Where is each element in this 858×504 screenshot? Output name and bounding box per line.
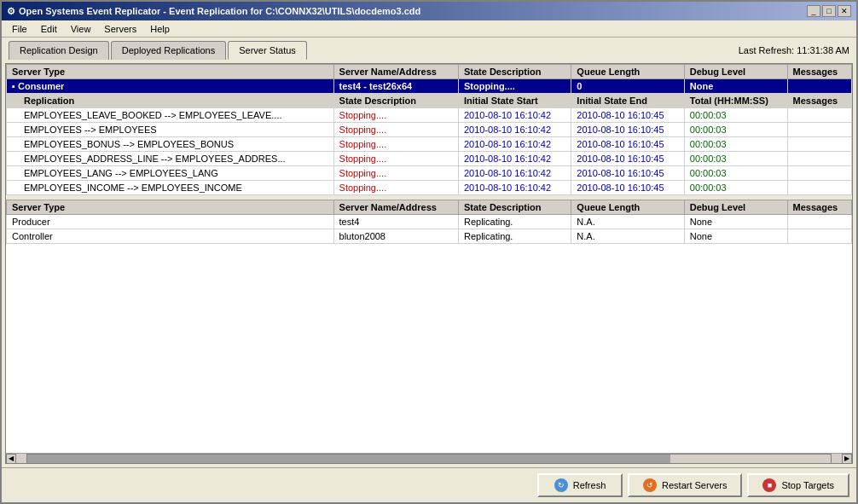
scroll-right-button[interactable]: ▶ [842, 454, 852, 464]
repl-end-4: 2010-08-10 16:10:45 [571, 166, 684, 181]
scrollbar-track[interactable] [26, 454, 832, 464]
col2-debug-level: Debug Level [684, 200, 787, 215]
col-state-desc: State Description [458, 65, 571, 79]
repl-total-1: 00:00:03 [684, 123, 787, 137]
repl-msg-2 [787, 137, 851, 152]
menu-bar: File Edit View Servers Help [2, 20, 856, 38]
menu-servers[interactable]: Servers [97, 22, 143, 36]
col-messages: Messages [787, 65, 851, 79]
repl-state-5: Stopping.... [333, 181, 458, 195]
maximize-button[interactable]: □ [822, 5, 836, 17]
repl-end-0: 2010-08-10 16:10:45 [571, 108, 684, 123]
producer-state: Replicating. [458, 215, 571, 229]
repl-start-1: 2010-08-10 16:10:42 [458, 123, 571, 137]
repl-col-messages: Messages [787, 94, 851, 108]
table-row: EMPLOYEES --> EMPLOYEES Stopping.... 201… [7, 123, 852, 137]
repl-name-3: EMPLOYEES_ADDRESS_LINE --> EMPLOYEES_ADD… [7, 152, 334, 166]
server-table: Server Type Server Name/Address State De… [6, 64, 852, 244]
tab-deployed-replications[interactable]: Deployed Replications [111, 41, 226, 60]
repl-total-3: 00:00:03 [684, 152, 787, 166]
repl-msg-0 [787, 108, 851, 123]
repl-name-1: EMPLOYEES --> EMPLOYEES [7, 123, 334, 137]
repl-start-3: 2010-08-10 16:10:42 [458, 152, 571, 166]
col-server-name: Server Name/Address [333, 65, 458, 79]
controller-row: Controller bluton2008 Replicating. N.A. … [7, 229, 852, 244]
controller-state: Replicating. [458, 229, 571, 244]
consumer-name: test4 - test26x64 [333, 79, 458, 94]
tabs: Replication Design Deployed Replications… [9, 41, 309, 60]
repl-total-4: 00:00:03 [684, 166, 787, 181]
table-row: EMPLOYEES_ADDRESS_LINE --> EMPLOYEES_ADD… [7, 152, 852, 166]
minimize-button[interactable]: _ [807, 5, 820, 17]
repl-name-5: EMPLOYEES_INCOME --> EMPLOYEES_INCOME [7, 181, 334, 195]
repl-start-4: 2010-08-10 16:10:42 [458, 166, 571, 181]
producer-type: Producer [7, 215, 334, 229]
repl-state-2: Stopping.... [333, 137, 458, 152]
producer-messages [787, 215, 851, 229]
scroll-left-button[interactable]: ◀ [6, 454, 16, 464]
title-bar: ⚙ Open Systems Event Replicator - Event … [2, 2, 856, 20]
repl-msg-3 [787, 152, 851, 166]
controller-messages [787, 229, 851, 244]
repl-state-0: Stopping.... [333, 108, 458, 123]
menu-edit[interactable]: Edit [34, 22, 64, 36]
repl-total-5: 00:00:03 [684, 181, 787, 195]
table-row: EMPLOYEES_LANG --> EMPLOYEES_LANG Stoppi… [7, 166, 852, 181]
col2-state-desc: State Description [458, 200, 571, 215]
restart-servers-button[interactable]: ↺ Restart Servers [628, 473, 742, 497]
menu-view[interactable]: View [64, 22, 98, 36]
col2-messages: Messages [787, 200, 851, 215]
refresh-button[interactable]: ↻ Refresh [537, 473, 623, 497]
table-row: EMPLOYEES_INCOME --> EMPLOYEES_INCOME St… [7, 181, 852, 195]
producer-row: Producer test4 Replicating. N.A. None [7, 215, 852, 229]
tab-replication-design[interactable]: Replication Design [9, 41, 109, 60]
close-button[interactable]: ✕ [838, 5, 851, 17]
repl-state-1: Stopping.... [333, 123, 458, 137]
col2-queue-length: Queue Length [571, 200, 684, 215]
consumer-type: ▪ Consumer [7, 79, 334, 94]
horizontal-scrollbar[interactable]: ◀ ▶ [6, 453, 852, 463]
restart-icon: ↺ [643, 478, 657, 492]
repl-msg-5 [787, 181, 851, 195]
menu-file[interactable]: File [5, 22, 34, 36]
app-icon: ⚙ [7, 6, 15, 17]
col-server-type: Server Type [7, 65, 334, 79]
main-content: Server Type Server Name/Address State De… [5, 63, 853, 464]
consumer-state: Stopping.... [458, 79, 571, 94]
consumer-queue: 0 [571, 79, 684, 94]
col-debug-level: Debug Level [684, 65, 787, 79]
repl-col-start: Initial State Start [458, 94, 571, 108]
repl-state-3: Stopping.... [333, 152, 458, 166]
controller-queue: N.A. [571, 229, 684, 244]
menu-help[interactable]: Help [143, 22, 177, 36]
content-scroll[interactable]: Server Type Server Name/Address State De… [6, 64, 852, 453]
producer-name: test4 [333, 215, 458, 229]
consumer-row[interactable]: ▪ Consumer test4 - test26x64 Stopping...… [7, 79, 852, 94]
stop-icon: ■ [762, 478, 776, 492]
window-title: Open Systems Event Replicator - Event Re… [19, 6, 420, 16]
consumer-debug: None [684, 79, 787, 94]
refresh-icon: ↻ [554, 478, 568, 492]
tab-server-status[interactable]: Server Status [228, 41, 307, 60]
replication-header: Replication State Description Initial St… [7, 94, 852, 108]
repl-end-5: 2010-08-10 16:10:45 [571, 181, 684, 195]
repl-col-total: Total (HH:MM:SS) [684, 94, 787, 108]
repl-end-2: 2010-08-10 16:10:45 [571, 137, 684, 152]
table-row: EMPLOYEES_BONUS --> EMPLOYEES_BONUS Stop… [7, 137, 852, 152]
stop-targets-button[interactable]: ■ Stop Targets [747, 473, 849, 497]
consumer-messages [787, 79, 851, 94]
col2-server-type: Server Type [7, 200, 334, 215]
repl-start-5: 2010-08-10 16:10:42 [458, 181, 571, 195]
repl-end-3: 2010-08-10 16:10:45 [571, 152, 684, 166]
second-table-header: Server Type Server Name/Address State De… [7, 200, 852, 215]
expand-icon[interactable]: ▪ [12, 81, 15, 91]
repl-end-1: 2010-08-10 16:10:45 [571, 123, 684, 137]
repl-start-0: 2010-08-10 16:10:42 [458, 108, 571, 123]
repl-col-state: State Description [333, 94, 458, 108]
scrollbar-thumb[interactable] [27, 455, 670, 463]
col2-server-name: Server Name/Address [333, 200, 458, 215]
window-controls: _ □ ✕ [807, 5, 851, 17]
repl-name-2: EMPLOYEES_BONUS --> EMPLOYEES_BONUS [7, 137, 334, 152]
repl-state-4: Stopping.... [333, 166, 458, 181]
repl-msg-1 [787, 123, 851, 137]
